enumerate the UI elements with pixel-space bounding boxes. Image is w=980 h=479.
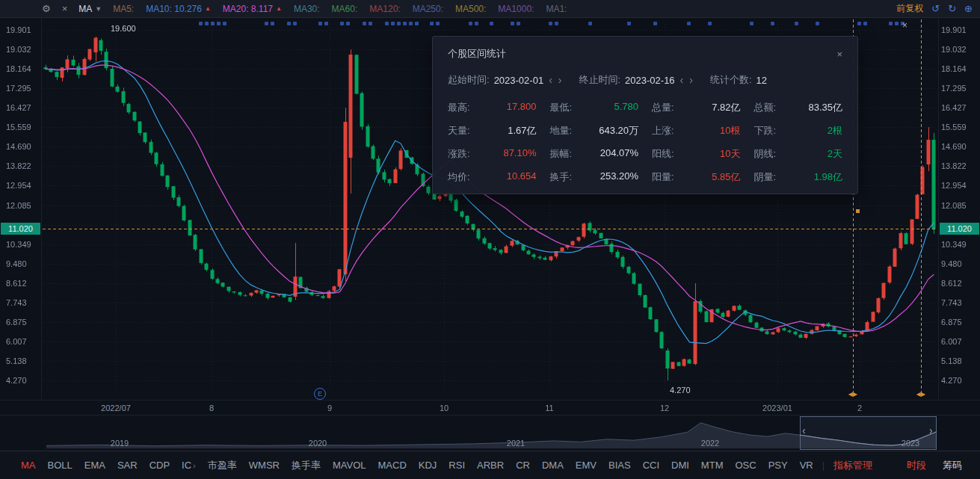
ma-mode-dropdown[interactable]: MA ▼ [78,4,102,14]
event-marker-icon[interactable] [287,22,291,25]
event-marker-icon[interactable] [863,22,867,25]
close-icon[interactable]: × [62,4,68,13]
indicator-tab-EMV[interactable]: EMV [570,460,603,471]
indicator-tab-VR[interactable]: VR [794,460,819,471]
region-handle-left[interactable]: ◀▶ [848,391,857,398]
indicator-tab-市盈率[interactable]: 市盈率 [202,459,243,472]
event-marker-icon[interactable] [385,22,389,25]
ma-readout-ma10[interactable]: MA10: 10.276▲ [146,4,211,14]
event-marker-icon[interactable] [391,22,395,25]
navigator-left-arrow[interactable]: ‹ [802,425,806,436]
indicator-tab-IC[interactable]: IC› [176,460,202,471]
indicator-tab-ARBR[interactable]: ARBR [471,460,510,471]
indicator-tab-RSI[interactable]: RSI [443,460,471,471]
event-marker-icon[interactable] [475,22,478,25]
event-marker-icon[interactable] [403,22,407,25]
navigator-chart-canvas[interactable] [0,415,980,451]
event-marker-icon[interactable] [549,22,552,25]
tab-time-period[interactable]: 时段 [901,459,932,472]
indicator-tab-MAVOL[interactable]: MAVOL [327,460,372,471]
indicator-tab-MACD[interactable]: MACD [372,460,413,471]
ma-readout-ma120[interactable]: MA120: [369,4,400,14]
zoom-in-icon[interactable]: ⊕ [964,4,973,13]
event-marker-icon[interactable] [397,22,401,25]
start-next-button[interactable]: › [558,75,563,85]
event-marker-icon[interactable] [816,22,819,25]
event-marker-icon[interactable] [889,22,893,25]
event-marker-icon[interactable] [555,22,558,25]
region-close-icon[interactable]: × [902,21,907,30]
ma-readout-ma5[interactable]: MA5: [113,4,134,14]
event-marker-icon[interactable] [363,22,366,25]
event-marker-icon[interactable] [895,22,899,25]
event-marker-icon[interactable] [211,22,215,25]
event-marker-icon[interactable] [223,22,226,25]
indicator-tab-BOLL[interactable]: BOLL [42,460,78,471]
event-marker-icon[interactable] [511,22,514,25]
ma-readout-ma30[interactable]: MA30: [294,4,320,14]
indicator-tab-CDP[interactable]: CDP [144,460,176,471]
indicator-tab-WMSR[interactable]: WMSR [243,460,286,471]
ma-readout-ma250[interactable]: MA250: [413,4,443,14]
tab-chip-distribution[interactable]: 筹码 [937,459,968,472]
indicator-tab-MTM[interactable]: MTM [695,460,730,471]
event-marker-icon[interactable] [340,22,344,25]
ma-readout-ma60[interactable]: MA60: [332,4,358,14]
indicator-tab-CCI[interactable]: CCI [637,460,665,471]
event-marker-icon[interactable] [490,22,493,25]
indicator-manage-link[interactable]: 指标管理 [828,459,878,472]
navigator-right-arrow[interactable]: › [929,425,933,436]
end-prev-button[interactable]: ‹ [679,75,685,85]
indicator-tab-PSY[interactable]: PSY [762,460,794,471]
indicator-tab-换手率[interactable]: 换手率 [286,459,327,472]
event-marker-icon[interactable] [795,22,798,25]
event-marker-icon[interactable] [430,22,434,25]
event-marker-icon[interactable] [750,22,754,25]
indicator-tab-OSC[interactable]: OSC [729,460,762,471]
event-marker-icon[interactable] [469,22,472,25]
ma-readout-ma20[interactable]: MA20: 8.117▲ [223,4,282,14]
event-marker-icon[interactable] [771,22,774,25]
event-marker-icon[interactable] [627,22,631,25]
price-adjust-mode-button[interactable]: 前复权 [896,2,923,15]
start-prev-button[interactable]: ‹ [548,75,553,85]
region-start-marker[interactable] [856,209,860,213]
event-marker-icon[interactable] [369,22,372,25]
undo-icon[interactable]: ↺ [931,4,940,13]
event-marker-icon[interactable] [324,22,328,25]
region-handle-right[interactable]: ◀▶ [916,391,925,398]
redo-icon[interactable]: ↻ [948,4,956,13]
indicator-tab-EMA[interactable]: EMA [78,460,111,471]
event-marker-icon[interactable] [205,22,209,25]
indicator-tab-DMA[interactable]: DMA [536,460,570,471]
event-marker-icon[interactable] [687,22,691,25]
event-marker-icon[interactable] [588,22,592,25]
event-marker-icon[interactable] [857,22,861,25]
indicator-tab-BIAS[interactable]: BIAS [603,460,637,471]
event-marker-icon[interactable] [318,22,322,25]
indicator-tab-KDJ[interactable]: KDJ [413,460,443,471]
event-marker-icon[interactable] [271,22,274,25]
event-marker-icon[interactable] [415,22,419,25]
event-marker-icon[interactable] [199,22,203,25]
event-marker-icon[interactable] [436,22,440,25]
event-expand-badge[interactable]: E [314,388,326,400]
event-marker-icon[interactable] [265,22,268,25]
indicator-tab-SAR[interactable]: SAR [111,460,144,471]
event-marker-icon[interactable] [517,22,520,25]
ma-readout-ma1000[interactable]: MA1000: [498,4,534,14]
event-marker-icon[interactable] [346,22,350,25]
end-next-button[interactable]: › [688,75,694,85]
ma-readout-ma1[interactable]: MA1: [546,4,567,14]
event-marker-icon[interactable] [708,22,712,25]
indicator-tab-CR[interactable]: CR [510,460,536,471]
dialog-close-icon[interactable]: × [836,49,842,60]
event-marker-icon[interactable] [217,22,221,25]
event-marker-icon[interactable] [653,22,657,25]
ma-readout-ma500[interactable]: MA500: [455,4,486,14]
settings-gear-icon[interactable]: ⚙ [42,4,51,13]
indicator-tab-MA[interactable]: MA [15,460,42,471]
indicator-tab-DMI[interactable]: DMI [665,460,695,471]
event-marker-icon[interactable] [293,22,297,25]
event-marker-icon[interactable] [409,22,413,25]
